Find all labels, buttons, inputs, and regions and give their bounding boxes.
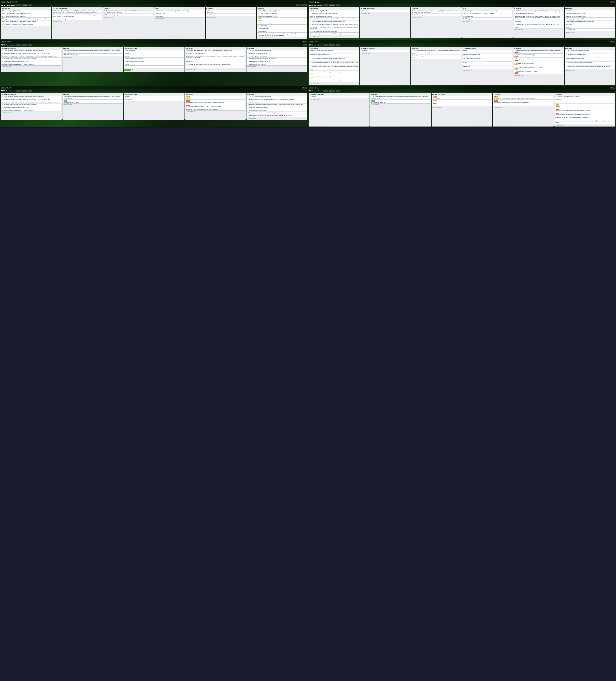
invite-tag-1[interactable]: Invite bbox=[28, 4, 32, 6]
comp-card-1-8[interactable]: Homepage Design bbox=[257, 30, 306, 32]
info-btn-1[interactable]: ℹ bbox=[15, 1, 18, 3]
req4-card-7[interactable]: 19. Provide your database schema design … bbox=[310, 75, 359, 79]
slide-add-4[interactable]: + Add another card bbox=[411, 59, 462, 61]
butler-btn-3[interactable]: Butler bbox=[302, 41, 307, 43]
readme6-add[interactable]: + Add a card bbox=[310, 96, 369, 98]
todo-add-1[interactable]: + Add another card bbox=[154, 18, 205, 20]
slide5-card-1[interactable]: 21. An outline of the problem you were t… bbox=[63, 96, 123, 99]
inprog2-card-6[interactable]: Validation bbox=[514, 26, 563, 28]
req4-card-4[interactable]: 16. Detail any third party services that… bbox=[310, 61, 359, 65]
comp-add-2[interactable]: + Add another card bbox=[565, 31, 615, 33]
personal-tag-5[interactable]: Personal bbox=[16, 90, 21, 92]
butler-tag-3[interactable]: Butler bbox=[303, 44, 307, 46]
inprog3-card-6[interactable]: Validation bbox=[186, 66, 245, 68]
comp4-card-5[interactable]: 4. Your app will have authorisation (i.e… bbox=[565, 66, 615, 69]
req2-card-2[interactable]: 2. Use Postgresql database in developmen… bbox=[310, 12, 359, 15]
personal-tag-1[interactable]: Personal bbox=[16, 4, 21, 6]
slide3-card-2[interactable]: 22. A walkthrough of your app bbox=[63, 54, 123, 56]
inprog5-card-3[interactable]: 9 Now 18. Discuss the database relations… bbox=[186, 104, 245, 108]
req2-card-7[interactable]: 17. Describe your projects models in ter… bbox=[310, 26, 359, 30]
comp2-card-1[interactable]: 14. An ERD for your app bbox=[565, 10, 615, 12]
inprog2-card-2[interactable]: 8. Why is it a problem that needs solvin… bbox=[514, 12, 563, 15]
lastfew5-card-2[interactable]: error message bbox=[124, 98, 184, 101]
inprog4-card-2[interactable]: 8. Why is it a problem that needs solvin… bbox=[514, 54, 563, 57]
comp3-card-2[interactable]: 10. A link to your GitHub repository (re… bbox=[247, 52, 307, 54]
readme4-add[interactable]: + Add a card bbox=[361, 50, 410, 52]
boards-btn-6[interactable]: Boards bbox=[309, 87, 314, 89]
readme3-card-6[interactable]: 20. Describe the way tasks are allocated… bbox=[1, 63, 61, 66]
inprog3-card-3[interactable]: 11. Description of your marketplace app … bbox=[186, 55, 245, 59]
req-card-1-1[interactable]: 1. Create your app using Ruby on Rails. bbox=[1, 10, 51, 12]
readme-add-3[interactable]: + Add another card bbox=[1, 66, 62, 68]
comp6-card-3[interactable]: read me bbox=[555, 101, 615, 103]
req2-card-9[interactable]: 20. Describe the way tasks are allocated… bbox=[310, 33, 359, 35]
todo2-card-3[interactable]: Create GitHub Repo bbox=[463, 15, 512, 18]
slide6-card-1[interactable]: 21. An outline of the problem you were t… bbox=[371, 96, 430, 99]
comp3-card-3[interactable]: 1. Create your app using Ruby on Rails. bbox=[247, 55, 307, 57]
lastfew6-card-3[interactable]: 9 Now Validation bbox=[432, 102, 492, 106]
lastfew6-card-2[interactable]: read me bbox=[432, 100, 492, 102]
invite-tag-3[interactable]: Invite bbox=[28, 44, 32, 46]
readme-add-4[interactable]: + Add another card bbox=[360, 52, 411, 54]
slide2-card-1[interactable]: 21. An outline of the problem you were t… bbox=[412, 10, 461, 14]
inprog-add-6[interactable]: + Add another card bbox=[493, 107, 554, 108]
readme-add-2[interactable]: + Add another card bbox=[360, 12, 411, 14]
slide-add-1[interactable]: + Add another card bbox=[103, 17, 154, 18]
inprog6-card-1[interactable]: 9 Now 15. Explain the different high-lev… bbox=[493, 96, 553, 99]
slide-add-3[interactable]: + Add another card bbox=[63, 56, 123, 58]
lastfew3-card-3[interactable]: read me bbox=[124, 55, 184, 57]
lastfew3-card-2[interactable]: Validation bbox=[124, 52, 184, 54]
inprog4-card-4[interactable]: 1. Create your app using Ruby on Rails. … bbox=[514, 62, 563, 66]
readme-add-1[interactable]: + Add another card bbox=[52, 21, 102, 22]
req-add-4[interactable]: + Add another card bbox=[309, 83, 359, 85]
inprog-add-1[interactable]: + Add another card bbox=[205, 17, 256, 18]
inprog4-card-6[interactable]: 3. Your app will have authentication (eg… bbox=[514, 70, 563, 74]
lastfew-add-6[interactable]: + Add another card bbox=[432, 107, 492, 108]
slide5-card-2[interactable]: 9 Now 22. A walkthrough of your app bbox=[63, 100, 123, 103]
comp4-card-4[interactable]: 19. Provide your database schema design … bbox=[565, 61, 615, 65]
req2-card-4[interactable]: 4. Your app will have authorisation (i.e… bbox=[310, 18, 359, 20]
inprog3-card-4[interactable]: Idea Decision bbox=[186, 59, 245, 63]
slide-card-1-1[interactable]: 21. An outline of the problem you were t… bbox=[104, 10, 153, 14]
slide2-card-2[interactable]: 22. A walkthrough of your app bbox=[412, 14, 461, 16]
readme-add-5[interactable]: + Add another card bbox=[1, 112, 62, 114]
inprog-add-5[interactable]: + Add another card bbox=[185, 111, 246, 112]
req4-card-3[interactable]: 15. Explain the different high-level com… bbox=[310, 57, 359, 61]
butler-btn-2[interactable]: Butler bbox=[610, 1, 615, 3]
comp-card-1-6[interactable]: Create GitHub Repo bbox=[257, 25, 306, 27]
req4-card-6[interactable]: 18. Discuss the database relations to be… bbox=[310, 71, 359, 74]
lastfew4-card-2[interactable]: add information to the sign up page 9 No… bbox=[463, 53, 512, 57]
personal-tag-2[interactable]: Personal bbox=[323, 4, 329, 6]
readme-card-1-2[interactable]: 12. User stories for your app (Have a lo… bbox=[53, 14, 102, 18]
comp6-card-5[interactable]: 9 Now 15. Explain the different high-lev… bbox=[555, 108, 615, 112]
comp5-card-4[interactable]: 17. Describe your projects models in ter… bbox=[247, 104, 307, 106]
comp6-card-6[interactable]: 9 Now 18. Discuss the database relations… bbox=[555, 112, 615, 116]
req2-card-1[interactable]: 1. Create your app using Ruby on Rails. bbox=[310, 10, 359, 12]
readme5-card-2[interactable]: 16. Detail any third party services that… bbox=[1, 98, 61, 101]
lastfew4-card-1[interactable]: read me 9 Now bbox=[463, 50, 512, 53]
readme5-card-4[interactable]: 18. Discuss the database relations to be… bbox=[1, 104, 61, 106]
inprog5-card-4[interactable]: 20. Describe the way tasks are allocated… bbox=[186, 108, 245, 110]
lastfew4-card-4[interactable]: seeding 9 Now bbox=[463, 61, 512, 65]
readme3-card-5[interactable]: 19. Provide your database schema design … bbox=[1, 60, 61, 63]
boards-btn-1[interactable]: Boards bbox=[1, 1, 6, 3]
req2-card-6[interactable]: 16. Detail any third party services that… bbox=[310, 23, 359, 26]
comp-add-3[interactable]: + Add another card bbox=[246, 66, 307, 68]
personal-tag-6[interactable]: Personal bbox=[323, 90, 329, 92]
comp2-card-7[interactable]: Validation bbox=[565, 26, 615, 28]
butler-tag-1[interactable]: Butler bbox=[296, 4, 300, 6]
comp6-card-2[interactable]: error message bbox=[555, 98, 615, 101]
add-btn-1[interactable]: + bbox=[12, 1, 15, 3]
private-tag-3[interactable]: 🔒 Private bbox=[22, 44, 27, 46]
inprog3-card-5[interactable]: 4. Your app will have authorisation (i.e… bbox=[186, 63, 245, 66]
private-tag-5[interactable]: 🔒 Private bbox=[22, 90, 27, 92]
inprog5-card-1[interactable]: 9 Now Validation bbox=[186, 96, 245, 99]
private-tag-2[interactable]: 🔒 Private bbox=[329, 4, 335, 6]
lastfew3-card-1[interactable]: Answer button repair bbox=[124, 50, 184, 52]
comp5-card-3[interactable]: 14. An ERD for your app bbox=[247, 101, 307, 103]
show-menu-tag-1[interactable]: Show Menu bbox=[300, 4, 307, 6]
req2-card-5[interactable]: 15. Explain the different high-level com… bbox=[310, 21, 359, 23]
comp-card-1-5[interactable]: 13. Wireframes for your app bbox=[257, 22, 306, 24]
comp4-card-2[interactable]: 10. A link to your GitHub repository (re… bbox=[565, 53, 615, 57]
inprog5-card-2[interactable]: 9 Now 18. Discuss the high-level compone… bbox=[186, 100, 245, 103]
